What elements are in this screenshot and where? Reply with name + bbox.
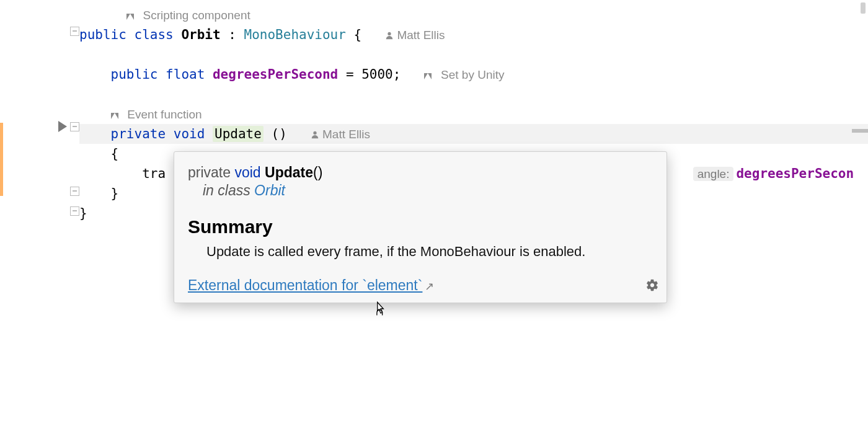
run-marker-icon[interactable] [58,121,67,132]
field-name: degreesPerSecond [213,67,338,82]
keyword: public [79,27,126,42]
external-doc-link[interactable]: External documentation for `element` [188,277,422,294]
inlay-event-function: Event function [127,108,202,121]
sig-method-name: Update [265,164,313,180]
unity-icon [424,64,433,84]
gear-icon[interactable] [645,278,659,295]
scrollbar-marker[interactable] [852,129,868,133]
inlay-author: Matt Ellis [397,29,445,42]
code-text: { [346,27,361,42]
method-name-highlighted[interactable]: Update [213,126,264,142]
fold-marker-icon[interactable] [70,206,79,216]
inlay-scripting-component: Scripting component [143,9,250,22]
unity-icon [126,5,135,25]
fold-marker-icon[interactable] [70,27,79,36]
documentation-popup: private void Update() in class Orbit Sum… [174,151,667,303]
base-type: MonoBehaviour [244,27,346,42]
keyword: class [135,27,174,42]
inlay-set-by-unity: Set by Unity [441,68,504,81]
svg-point-1 [313,131,316,135]
gutter [0,5,79,434]
person-icon [385,29,394,42]
link-text: External documentation for `element` [188,277,422,293]
doc-summary-heading: Summary [188,216,653,237]
fold-marker-icon[interactable] [70,187,79,196]
code-text: = 5000; [338,67,401,82]
scrollbar-marker[interactable] [861,2,866,14]
class-link[interactable]: Orbit [254,182,285,198]
keyword: float [166,67,205,82]
parameter-hint: angle: [693,167,734,181]
field-ref: degreesPerSecon [736,166,854,181]
doc-containing-class: in class Orbit [203,182,653,199]
sig-parens: () [313,164,322,180]
doc-summary-body: Update is called every frame, if the Mon… [206,244,653,260]
unity-icon [111,104,120,124]
code-text: () [264,126,287,141]
code-text: } [79,206,87,221]
code-text: { [111,146,119,161]
code-text: } [111,186,119,201]
doc-signature: private void Update() [188,164,653,181]
sig-return-type: void [234,164,260,180]
in-class-label: in class [203,182,250,198]
fold-marker-icon[interactable] [70,122,79,131]
svg-point-0 [388,32,391,35]
person-icon [311,128,319,141]
keyword: private [111,126,166,141]
keyword: public [111,67,158,82]
external-link-icon: ↗ [425,280,434,293]
code-text: tra [142,166,166,181]
code-text: : [221,27,244,42]
keyword: void [174,126,205,141]
inlay-author: Matt Ellis [322,128,370,141]
class-name: Orbit [181,27,220,42]
sig-modifier: private [188,164,231,180]
